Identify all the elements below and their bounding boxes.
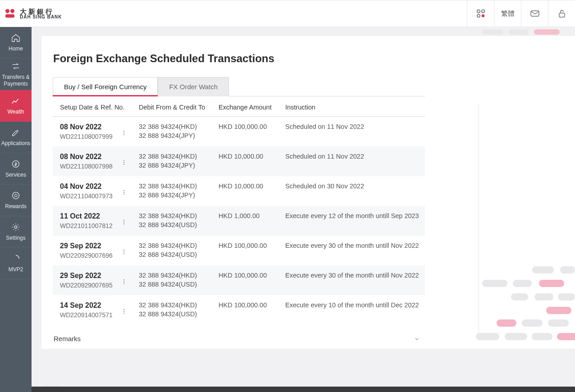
table-header: Setup Date & Ref. No. Debit From & Credi…	[53, 96, 425, 117]
sidebar-item-mvp2[interactable]: MVP2	[0, 248, 32, 279]
sidebar-item-rewards[interactable]: Rewards	[0, 185, 32, 216]
tab-buy-sell[interactable]: Buy / Sell Foreign Currency	[53, 77, 158, 96]
row-ref: WD220929007696	[60, 252, 119, 259]
more-vertical-icon	[120, 248, 128, 255]
table-row: 14 Sep 2022WD22091400757132 388 94324(HK…	[53, 295, 425, 325]
row-instruction: Execute every 12 of the month untill Sep…	[285, 212, 425, 219]
row-debit: 32 388 94324(HKD)	[139, 182, 219, 190]
col-amount: Exchange Amount	[219, 104, 285, 111]
svg-point-18	[123, 190, 124, 191]
row-instruction: Scheduled on 11 Nov 2022	[285, 123, 425, 130]
sidebar-item-home[interactable]: Home	[0, 27, 32, 59]
more-vertical-icon	[120, 159, 128, 166]
row-instruction: Execute every 30 of the month untill Nov…	[285, 242, 425, 249]
row-amount: HKD 10,000.00	[219, 182, 285, 190]
sidebar-item-label: MVP2	[8, 266, 24, 273]
sidebar-item-transfers[interactable]: Transfers & Payments	[0, 59, 32, 90]
transfer-icon	[11, 61, 21, 71]
svg-point-3	[477, 10, 479, 13]
sidebar-item-settings[interactable]: Settings	[0, 216, 32, 248]
table-row: 04 Nov 2022WD22110400797332 388 94324(HK…	[53, 176, 425, 206]
sidebar-item-services[interactable]: Services	[0, 153, 32, 185]
svg-point-26	[123, 253, 124, 254]
logout-button[interactable]	[548, 0, 575, 27]
svg-point-13	[123, 132, 124, 133]
more-vertical-icon	[120, 129, 128, 137]
sidebar-item-applications[interactable]: Applications	[0, 122, 32, 153]
row-credit: 32 888 94324(USD)	[139, 281, 219, 288]
svg-point-14	[123, 134, 124, 135]
row-credit: 32 888 94324(JPY)	[139, 191, 219, 199]
col-instruction: Instruction	[285, 104, 425, 111]
table-row: 29 Sep 2022WD22092900769532 388 94324(HK…	[53, 265, 425, 295]
decoration-pill	[557, 333, 575, 340]
page-title: Foreign Exchange Scheduled Transactions	[53, 52, 575, 65]
row-amount: HKD 10,000.00	[219, 153, 285, 160]
row-actions-button[interactable]	[119, 272, 129, 289]
decoration-pill	[513, 280, 532, 287]
row-credit: 32 888 94324(JPY)	[139, 132, 219, 139]
svg-rect-2	[5, 14, 14, 18]
decoration-pill	[539, 280, 564, 287]
svg-rect-8	[559, 13, 565, 17]
svg-point-12	[123, 131, 124, 132]
svg-point-23	[123, 223, 124, 224]
decoration-pill	[534, 293, 553, 301]
row-credit: 32 888 94324(USD)	[139, 221, 219, 228]
row-amount: HKD 100,000.00	[219, 242, 285, 249]
apps-grid-icon	[475, 8, 486, 19]
row-actions-button[interactable]	[119, 212, 129, 229]
row-actions-button[interactable]	[119, 123, 129, 140]
edit-icon	[11, 128, 21, 137]
row-actions-button[interactable]	[119, 182, 129, 200]
svg-rect-7	[531, 11, 539, 16]
row-ref: WD221011007812	[60, 222, 119, 229]
table-row: 11 Oct 2022WD22101100781232 388 94324(HK…	[53, 206, 425, 236]
row-debit: 32 388 94324(HKD)	[139, 153, 219, 160]
row-actions-button[interactable]	[119, 301, 129, 319]
svg-point-20	[123, 194, 124, 195]
decoration-pill	[511, 293, 528, 301]
more-vertical-icon	[120, 219, 128, 226]
sidebar-item-label: Transfers & Payments	[0, 74, 32, 87]
row-amount: HKD 100,000.00	[219, 123, 285, 130]
remarks-label: Remarks	[54, 335, 81, 342]
svg-point-31	[123, 311, 124, 312]
envelope-icon	[529, 8, 540, 19]
sidebar-item-label: Applications	[0, 140, 32, 146]
brand-name-zh: 大新銀行	[20, 8, 62, 15]
decoration-pill	[532, 333, 552, 340]
row-debit: 32 388 94324(HKD)	[139, 242, 219, 249]
more-vertical-icon	[120, 189, 128, 196]
svg-point-4	[481, 10, 484, 13]
apps-button[interactable]	[467, 0, 494, 27]
row-actions-button[interactable]	[119, 153, 129, 170]
sidebar-item-label: Services	[5, 172, 27, 178]
svg-point-6	[481, 14, 484, 17]
row-debit: 32 388 94324(HKD)	[139, 272, 219, 279]
row-ref: WD220914007571	[60, 311, 119, 319]
row-date: 04 Nov 2022	[60, 182, 119, 191]
language-button[interactable]: 繁體	[494, 0, 521, 27]
tab-fx-watch[interactable]: FX Order Watch	[158, 77, 229, 96]
chevron-down-icon	[413, 335, 420, 342]
row-debit: 32 388 94324(HKD)	[139, 212, 219, 219]
remarks-toggle[interactable]: Remarks	[53, 325, 425, 346]
sidebar-item-label: Rewards	[4, 203, 27, 210]
table-row: 08 Nov 2022WD22110800799832 388 94324(HK…	[53, 146, 425, 176]
top-actions: 繁體	[467, 0, 575, 27]
row-instruction: Scheduled on 11 Nov 2022	[285, 153, 425, 160]
card: Foreign Exchange Scheduled Transactions …	[41, 36, 575, 349]
svg-point-0	[5, 9, 9, 13]
row-actions-button[interactable]	[119, 242, 129, 259]
sidebar-item-wealth[interactable]: Wealth	[0, 90, 32, 122]
decoration-pill	[532, 266, 554, 273]
transactions-table: Setup Date & Ref. No. Debit From & Credi…	[53, 96, 425, 325]
decoration-pill	[560, 266, 575, 273]
mail-button[interactable]	[521, 0, 548, 27]
svg-point-1	[10, 9, 14, 13]
row-credit: 32 888 94324(USD)	[139, 251, 219, 258]
row-instruction: Scheduled on 30 Nov 2022	[285, 182, 425, 190]
row-ref: WD221104007973	[60, 192, 119, 200]
gear-icon	[11, 222, 21, 232]
